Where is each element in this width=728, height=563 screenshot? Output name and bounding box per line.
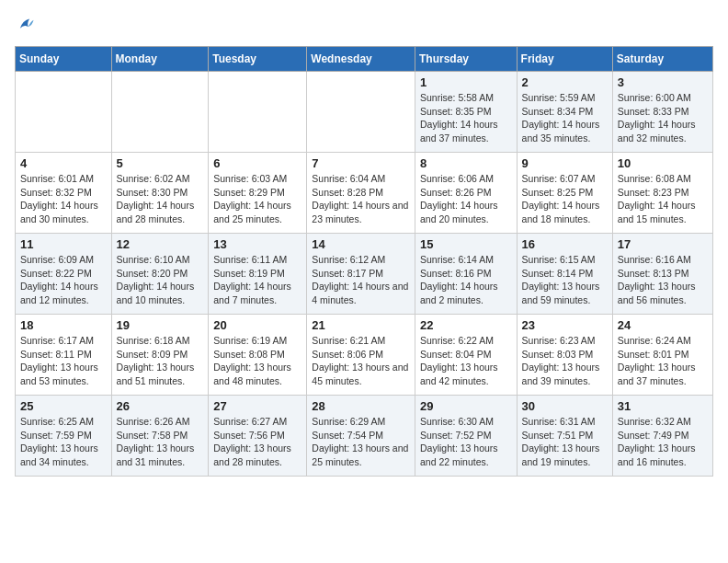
day-info: Sunrise: 6:18 AM Sunset: 8:09 PM Dayligh… — [117, 334, 204, 388]
day-info: Sunrise: 6:32 AM Sunset: 7:49 PM Dayligh… — [618, 415, 708, 469]
day-info: Sunrise: 6:02 AM Sunset: 8:30 PM Dayligh… — [117, 172, 204, 226]
day-number: 16 — [522, 237, 608, 251]
day-number: 25 — [20, 399, 107, 413]
day-cell: 16Sunrise: 6:15 AM Sunset: 8:14 PM Dayli… — [517, 234, 612, 315]
day-info: Sunrise: 6:31 AM Sunset: 7:51 PM Dayligh… — [522, 415, 608, 469]
day-cell: 17Sunrise: 6:16 AM Sunset: 8:13 PM Dayli… — [612, 234, 712, 315]
day-number: 30 — [522, 399, 608, 413]
day-number: 5 — [117, 156, 204, 170]
day-number: 13 — [213, 237, 301, 251]
day-cell: 3Sunrise: 6:00 AM Sunset: 8:33 PM Daylig… — [612, 72, 712, 153]
header-thursday: Thursday — [415, 47, 517, 72]
day-cell: 27Sunrise: 6:27 AM Sunset: 7:56 PM Dayli… — [209, 396, 307, 477]
day-number: 7 — [312, 156, 410, 170]
day-number: 11 — [20, 237, 107, 251]
day-number: 6 — [213, 156, 301, 170]
day-cell: 4Sunrise: 6:01 AM Sunset: 8:32 PM Daylig… — [16, 153, 112, 234]
header-sunday: Sunday — [16, 47, 112, 72]
day-info: Sunrise: 6:01 AM Sunset: 8:32 PM Dayligh… — [20, 172, 107, 226]
day-number: 26 — [117, 399, 204, 413]
header-tuesday: Tuesday — [209, 47, 307, 72]
day-info: Sunrise: 6:06 AM Sunset: 8:26 PM Dayligh… — [420, 172, 512, 226]
day-number: 2 — [522, 75, 608, 89]
day-number: 8 — [420, 156, 512, 170]
day-cell: 28Sunrise: 6:29 AM Sunset: 7:54 PM Dayli… — [307, 396, 415, 477]
day-number: 1 — [420, 75, 512, 89]
calendar-table: SundayMondayTuesdayWednesdayThursdayFrid… — [15, 46, 713, 477]
day-cell: 24Sunrise: 6:24 AM Sunset: 8:01 PM Dayli… — [612, 315, 712, 396]
day-cell: 8Sunrise: 6:06 AM Sunset: 8:26 PM Daylig… — [415, 153, 517, 234]
day-info: Sunrise: 6:03 AM Sunset: 8:29 PM Dayligh… — [213, 172, 301, 226]
day-cell — [307, 72, 415, 153]
day-info: Sunrise: 6:00 AM Sunset: 8:33 PM Dayligh… — [618, 91, 708, 145]
day-number: 15 — [420, 237, 512, 251]
day-info: Sunrise: 6:26 AM Sunset: 7:58 PM Dayligh… — [117, 415, 204, 469]
day-cell: 13Sunrise: 6:11 AM Sunset: 8:19 PM Dayli… — [209, 234, 307, 315]
day-cell: 30Sunrise: 6:31 AM Sunset: 7:51 PM Dayli… — [517, 396, 612, 477]
day-cell: 26Sunrise: 6:26 AM Sunset: 7:58 PM Dayli… — [111, 396, 209, 477]
day-number: 4 — [20, 156, 107, 170]
day-cell: 22Sunrise: 6:22 AM Sunset: 8:04 PM Dayli… — [415, 315, 517, 396]
day-cell: 23Sunrise: 6:23 AM Sunset: 8:03 PM Dayli… — [517, 315, 612, 396]
day-info: Sunrise: 6:09 AM Sunset: 8:22 PM Dayligh… — [20, 253, 107, 307]
day-info: Sunrise: 6:25 AM Sunset: 7:59 PM Dayligh… — [20, 415, 107, 469]
calendar-header-row: SundayMondayTuesdayWednesdayThursdayFrid… — [16, 47, 713, 72]
day-info: Sunrise: 5:58 AM Sunset: 8:35 PM Dayligh… — [420, 91, 512, 145]
day-info: Sunrise: 6:21 AM Sunset: 8:06 PM Dayligh… — [312, 334, 410, 388]
day-info: Sunrise: 6:15 AM Sunset: 8:14 PM Dayligh… — [522, 253, 608, 307]
day-number: 21 — [312, 318, 410, 332]
day-number: 31 — [618, 399, 708, 413]
day-cell: 12Sunrise: 6:10 AM Sunset: 8:20 PM Dayli… — [111, 234, 209, 315]
header-friday: Friday — [517, 47, 612, 72]
day-number: 10 — [618, 156, 708, 170]
day-info: Sunrise: 6:29 AM Sunset: 7:54 PM Dayligh… — [312, 415, 410, 469]
day-info: Sunrise: 6:24 AM Sunset: 8:01 PM Dayligh… — [618, 334, 708, 388]
day-number: 24 — [618, 318, 708, 332]
logo-bird-icon — [15, 15, 35, 35]
week-row-1: 1Sunrise: 5:58 AM Sunset: 8:35 PM Daylig… — [16, 72, 713, 153]
day-info: Sunrise: 6:16 AM Sunset: 8:13 PM Dayligh… — [618, 253, 708, 307]
header-monday: Monday — [111, 47, 209, 72]
day-number: 12 — [117, 237, 204, 251]
day-number: 27 — [213, 399, 301, 413]
day-cell: 14Sunrise: 6:12 AM Sunset: 8:17 PM Dayli… — [307, 234, 415, 315]
day-info: Sunrise: 6:23 AM Sunset: 8:03 PM Dayligh… — [522, 334, 608, 388]
day-info: Sunrise: 6:10 AM Sunset: 8:20 PM Dayligh… — [117, 253, 204, 307]
day-cell: 25Sunrise: 6:25 AM Sunset: 7:59 PM Dayli… — [16, 396, 112, 477]
day-cell — [111, 72, 209, 153]
page-header — [15, 15, 713, 35]
header-saturday: Saturday — [612, 47, 712, 72]
week-row-2: 4Sunrise: 6:01 AM Sunset: 8:32 PM Daylig… — [16, 153, 713, 234]
day-cell: 20Sunrise: 6:19 AM Sunset: 8:08 PM Dayli… — [209, 315, 307, 396]
day-info: Sunrise: 6:22 AM Sunset: 8:04 PM Dayligh… — [420, 334, 512, 388]
day-info: Sunrise: 5:59 AM Sunset: 8:34 PM Dayligh… — [522, 91, 608, 145]
week-row-4: 18Sunrise: 6:17 AM Sunset: 8:11 PM Dayli… — [16, 315, 713, 396]
logo — [15, 15, 39, 35]
day-cell: 1Sunrise: 5:58 AM Sunset: 8:35 PM Daylig… — [415, 72, 517, 153]
day-info: Sunrise: 6:11 AM Sunset: 8:19 PM Dayligh… — [213, 253, 301, 307]
week-row-5: 25Sunrise: 6:25 AM Sunset: 7:59 PM Dayli… — [16, 396, 713, 477]
day-info: Sunrise: 6:17 AM Sunset: 8:11 PM Dayligh… — [20, 334, 107, 388]
day-info: Sunrise: 6:04 AM Sunset: 8:28 PM Dayligh… — [312, 172, 410, 226]
day-number: 14 — [312, 237, 410, 251]
day-number: 22 — [420, 318, 512, 332]
week-row-3: 11Sunrise: 6:09 AM Sunset: 8:22 PM Dayli… — [16, 234, 713, 315]
day-info: Sunrise: 6:08 AM Sunset: 8:23 PM Dayligh… — [618, 172, 708, 226]
day-cell: 6Sunrise: 6:03 AM Sunset: 8:29 PM Daylig… — [209, 153, 307, 234]
day-number: 28 — [312, 399, 410, 413]
day-number: 3 — [618, 75, 708, 89]
day-number: 29 — [420, 399, 512, 413]
day-info: Sunrise: 6:30 AM Sunset: 7:52 PM Dayligh… — [420, 415, 512, 469]
day-cell: 21Sunrise: 6:21 AM Sunset: 8:06 PM Dayli… — [307, 315, 415, 396]
day-number: 20 — [213, 318, 301, 332]
header-wednesday: Wednesday — [307, 47, 415, 72]
day-cell: 18Sunrise: 6:17 AM Sunset: 8:11 PM Dayli… — [16, 315, 112, 396]
day-cell: 2Sunrise: 5:59 AM Sunset: 8:34 PM Daylig… — [517, 72, 612, 153]
day-number: 17 — [618, 237, 708, 251]
day-info: Sunrise: 6:07 AM Sunset: 8:25 PM Dayligh… — [522, 172, 608, 226]
day-cell: 29Sunrise: 6:30 AM Sunset: 7:52 PM Dayli… — [415, 396, 517, 477]
day-cell: 9Sunrise: 6:07 AM Sunset: 8:25 PM Daylig… — [517, 153, 612, 234]
day-cell: 7Sunrise: 6:04 AM Sunset: 8:28 PM Daylig… — [307, 153, 415, 234]
day-cell: 19Sunrise: 6:18 AM Sunset: 8:09 PM Dayli… — [111, 315, 209, 396]
day-info: Sunrise: 6:12 AM Sunset: 8:17 PM Dayligh… — [312, 253, 410, 307]
